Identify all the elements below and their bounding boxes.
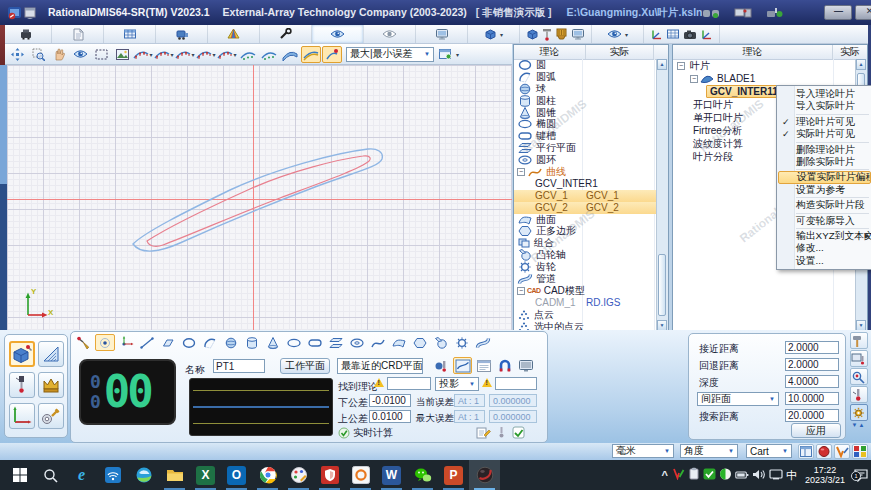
taskbar-app-paintT[interactable] <box>283 460 314 490</box>
point-button[interactable] <box>95 334 115 351</box>
close-button[interactable]: ✕ <box>855 5 871 20</box>
polygon-button[interactable] <box>410 334 430 351</box>
probe-mode-button[interactable] <box>432 357 451 374</box>
report-mode-button[interactable] <box>474 357 493 374</box>
ime-indicator[interactable]: 中 <box>786 468 797 483</box>
param-input[interactable] <box>785 358 839 371</box>
cam-button[interactable] <box>431 334 451 351</box>
taskbar-app-wechatT[interactable] <box>407 460 438 490</box>
layout-button[interactable] <box>798 444 814 459</box>
ribbon-tab-7[interactable] <box>364 25 416 43</box>
angle-dropdown[interactable]: 角度▼ <box>680 444 738 458</box>
tree-expander[interactable]: − <box>517 168 525 176</box>
param-input[interactable] <box>785 409 839 422</box>
taskbar-app-wordT[interactable]: W <box>376 460 407 490</box>
toolbar-button-10[interactable]: ▾ <box>217 46 237 63</box>
context-menu-item-9[interactable]: 可变轮廓导入 <box>778 215 871 227</box>
toolbar-button-0[interactable] <box>7 46 27 63</box>
ribbon-tab-9[interactable]: ▾ <box>468 25 520 43</box>
taskbar-app-remote[interactable] <box>97 460 128 490</box>
context-menu-item-1[interactable]: 导入实际叶片 <box>778 100 871 112</box>
tree-expander[interactable]: − <box>677 62 685 70</box>
tree-item[interactable]: −叶片 <box>673 59 856 72</box>
volume-tray-icon[interactable] <box>752 466 766 484</box>
circleG-button[interactable] <box>179 334 199 351</box>
param-input[interactable] <box>785 341 839 354</box>
network-display-tray-icon[interactable] <box>769 466 783 484</box>
context-menu-item-3[interactable]: ✓实际叶片可见 <box>778 128 871 140</box>
context-menu-item-0[interactable]: 导入理论叶片 <box>778 88 871 100</box>
monitor-mode-button[interactable] <box>516 357 535 374</box>
tree-item[interactable]: −CADCAD模型 <box>514 285 657 297</box>
taskbar-app-dmisT[interactable] <box>469 460 500 490</box>
torus-button[interactable] <box>347 334 367 351</box>
context-menu-item-12[interactable]: 设置... <box>778 255 871 267</box>
ribbon-tab-4[interactable] <box>208 25 260 43</box>
tree-expander[interactable]: − <box>517 287 525 295</box>
context-menu-item-7[interactable]: 设置为参考 <box>778 184 871 196</box>
feature-tree-scrollbar[interactable]: ▲ ▼ <box>656 59 668 331</box>
toolbar-button-3[interactable] <box>70 46 90 63</box>
ribbon-tab-5[interactable] <box>260 25 312 43</box>
toolbar-button-1[interactable] <box>28 46 48 63</box>
edit-note-button[interactable] <box>476 425 491 443</box>
context-menu-item-11[interactable]: 修改... <box>778 242 871 254</box>
probe-monitor-button[interactable] <box>850 350 868 367</box>
taskbar-app-pptT[interactable]: P <box>438 460 469 490</box>
probe-search-button[interactable] <box>850 368 868 385</box>
battery-tray-icon[interactable] <box>735 466 749 484</box>
ribbon-tab-1[interactable] <box>52 25 104 43</box>
colors-button[interactable] <box>852 444 868 459</box>
confirm-check-button[interactable] <box>512 425 525 443</box>
lower-tolerance-input[interactable] <box>369 394 411 407</box>
graph-mode-button[interactable] <box>453 357 472 374</box>
scroll-up-icon[interactable]: ▲ <box>657 59 667 70</box>
ribbon-tab-10[interactable] <box>520 25 592 43</box>
taskbar-app-edgeT[interactable] <box>128 460 159 490</box>
arc-button[interactable] <box>200 334 220 351</box>
param-input[interactable] <box>785 375 839 388</box>
tray-expand-icon[interactable]: ^ <box>662 469 668 481</box>
toolbar-button-13[interactable] <box>280 46 300 63</box>
context-menu-item-6[interactable]: 设置实际叶片偏移 <box>778 171 871 183</box>
parallel-button[interactable] <box>326 334 346 351</box>
ribbon-tab-3[interactable] <box>156 25 208 43</box>
report-window-button[interactable] <box>435 46 455 63</box>
name-input[interactable] <box>213 359 265 373</box>
projection-input[interactable] <box>495 377 537 390</box>
surface-button[interactable] <box>389 334 409 351</box>
taskbar-app-chromeT[interactable] <box>252 460 283 490</box>
actual-column-header[interactable]: 实际 <box>586 45 654 59</box>
workplane-button[interactable]: 工作平面 <box>280 358 330 374</box>
crd-plane-dropdown[interactable]: 最靠近的CRD平面▼ <box>337 358 423 374</box>
ribbon-tab-2[interactable] <box>104 25 156 43</box>
plane-button[interactable] <box>158 334 178 351</box>
clipboard-tray-icon[interactable] <box>688 466 700 484</box>
toolbar-button-6[interactable]: ▾ <box>133 46 153 63</box>
context-menu-item-8[interactable]: 构造实际叶片段 <box>778 199 871 211</box>
v-tool-button[interactable] <box>834 444 850 459</box>
slot-button[interactable] <box>305 334 325 351</box>
apply-button[interactable]: 应用 <box>791 423 841 438</box>
sphere-button[interactable] <box>221 334 241 351</box>
wrench-tool-button[interactable] <box>38 403 64 429</box>
crown-tool-button[interactable] <box>38 372 64 398</box>
units-dropdown[interactable]: 毫米▼ <box>612 444 674 458</box>
probe-gray-button[interactable] <box>495 425 508 443</box>
taskbar-app-outlookT[interactable]: O <box>221 460 252 490</box>
ribbon-tab-8[interactable] <box>416 25 468 43</box>
toolbar-button-14[interactable] <box>301 46 321 63</box>
graphics-viewport[interactable]: Y X <box>7 65 512 330</box>
actual-column-header[interactable]: 实际 <box>833 45 867 59</box>
tree-item[interactable]: 管道 <box>514 273 657 285</box>
toolbar-button-7[interactable]: ▾ <box>154 46 174 63</box>
ribbon-tab-0[interactable] <box>0 25 52 43</box>
scroll-up-icon[interactable]: ▲ <box>856 59 866 70</box>
projection-dropdown[interactable]: 投影▼ <box>435 377 479 391</box>
hammer-button[interactable] <box>850 332 868 349</box>
stop-red-button[interactable] <box>816 444 832 459</box>
toolbar-button-9[interactable]: ▾ <box>196 46 216 63</box>
context-menu-item-10[interactable]: 输出XYZ到文本文件▶ <box>778 230 871 242</box>
pipe-button[interactable] <box>473 334 493 351</box>
theory-column-header[interactable]: 理论 <box>673 45 833 59</box>
